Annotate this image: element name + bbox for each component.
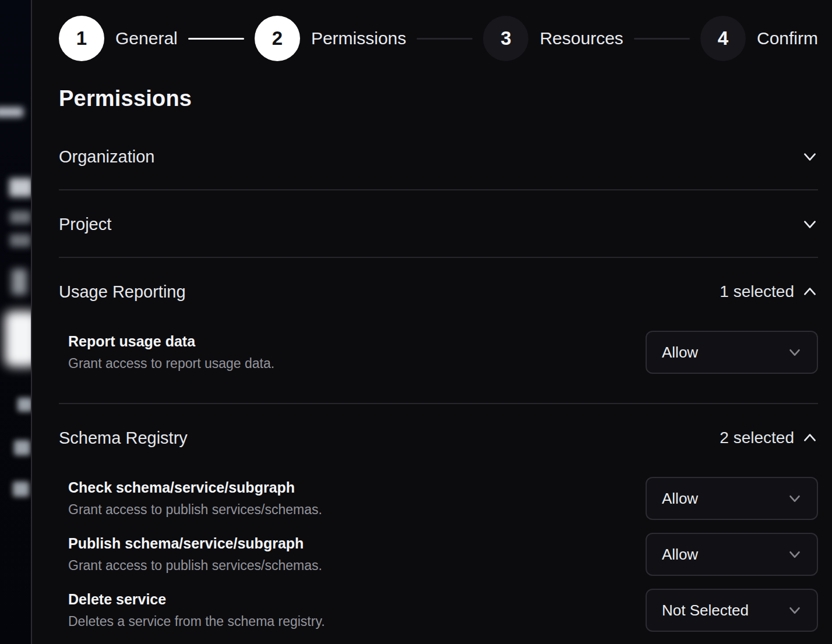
section-header-schema-registry[interactable]: Schema Registry 2 selected [59,419,818,457]
step-connector [634,38,690,40]
select-value: Allow [662,344,698,362]
permission-row-publish-schema: Publish schema/service/subgraph Grant ac… [59,533,818,576]
permission-title: Report usage data [68,333,274,350]
blurred-nav-item [17,398,32,412]
chevron-down-icon [802,148,818,165]
step-confirm[interactable]: 4 Confirm [700,16,818,61]
step-2-label: Permissions [311,29,406,48]
step-4-circle: 4 [700,16,746,61]
permission-description: Grant access to publish services/schemas… [68,558,322,574]
step-connector-done [188,38,244,40]
section-header-project[interactable]: Project [59,206,818,243]
selected-count: 2 selected [720,429,794,447]
step-1-label: General [115,29,178,48]
step-3-circle: 3 [483,16,528,61]
section-schema-registry: Schema Registry 2 selected Check schema/… [59,419,818,632]
chevron-down-icon [788,491,802,505]
wizard-stepper: 1 General 2 Permissions 3 Resources 4 Co… [59,15,818,62]
permission-text: Publish schema/service/subgraph Grant ac… [68,535,322,574]
page-title: Permissions [59,86,818,111]
blurred-nav-item [13,482,29,497]
permission-title: Delete service [68,591,325,608]
permission-title: Check schema/service/subgraph [68,479,322,496]
step-3-label: Resources [540,29,623,48]
section-title: Usage Reporting [59,282,186,302]
permission-select-check-schema[interactable]: Allow [646,477,818,520]
background-sidebar [0,0,32,644]
select-value: Allow [662,546,698,564]
select-value: Not Selected [662,601,749,620]
section-title: Schema Registry [59,429,188,448]
chevron-up-icon [802,430,818,446]
permission-title: Publish schema/service/subgraph [68,535,322,552]
blurred-nav-item [14,440,30,455]
blurred-logo [0,107,23,117]
permission-description: Deletes a service from the schema regist… [68,614,325,629]
step-general[interactable]: 1 General [59,16,178,61]
permission-description: Grant access to report usage data. [68,356,274,371]
blurred-subtext [10,211,31,224]
chevron-up-icon [802,284,818,300]
chevron-down-icon [802,216,818,232]
permission-row-report-usage-data: Report usage data Grant access to report… [59,331,818,374]
app-root: 1 General 2 Permissions 3 Resources 4 Co… [0,0,832,644]
section-header-usage-reporting[interactable]: Usage Reporting 1 selected [59,273,818,310]
step-4-label: Confirm [757,29,818,48]
blurred-nav-icon [12,269,27,295]
section-title: Project [59,215,111,234]
section-title: Organization [59,147,154,167]
section-usage-reporting: Usage Reporting 1 selected Report usage … [59,273,818,404]
permission-row-delete-service: Delete service Deletes a service from th… [59,589,818,632]
section-header-organization[interactable]: Organization [59,138,818,175]
section-divider [59,403,818,404]
chevron-down-icon [788,345,802,359]
chevron-down-icon [788,603,802,617]
step-permissions[interactable]: 2 Permissions [255,16,406,61]
permission-row-check-schema: Check schema/service/subgraph Grant acce… [59,477,818,520]
permission-text: Check schema/service/subgraph Grant acce… [68,479,322,518]
permission-select-publish-schema[interactable]: Allow [646,533,818,576]
permission-text: Delete service Deletes a service from th… [68,591,325,629]
selected-count: 1 selected [720,282,794,301]
section-divider [59,189,818,190]
selected-count-group: 1 selected [720,282,818,301]
blurred-subtext [10,234,31,247]
section-organization: Organization [59,138,818,190]
permission-description: Grant access to publish services/schemas… [68,502,322,518]
blurred-heading [9,178,32,197]
chevron-down-icon [788,547,802,561]
permission-text: Report usage data Grant access to report… [68,333,274,371]
permission-select-report-usage-data[interactable]: Allow [646,331,818,374]
selected-count-group: 2 selected [720,429,818,447]
step-1-circle: 1 [59,16,104,61]
select-value: Allow [662,490,698,508]
blurred-active-nav-item [5,311,32,367]
permissions-wizard-panel: 1 General 2 Permissions 3 Resources 4 Co… [33,0,832,644]
section-project: Project [59,206,818,258]
permission-select-delete-service[interactable]: Not Selected [646,589,818,632]
section-divider [59,257,818,258]
step-resources[interactable]: 3 Resources [483,16,623,61]
step-2-circle: 2 [255,16,300,61]
step-connector [417,38,473,40]
